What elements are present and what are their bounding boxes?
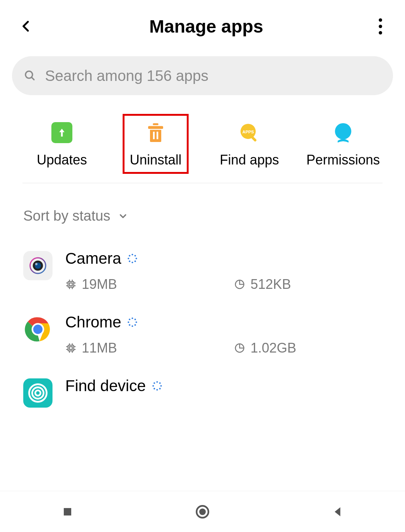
svg-point-42: [128, 321, 129, 323]
svg-rect-5: [157, 132, 159, 139]
app-header: Manage apps: [0, 0, 405, 49]
app-name-label: Find device: [65, 377, 146, 395]
sort-label: Sort by status: [23, 208, 110, 224]
svg-point-13: [35, 263, 38, 265]
svg-point-36: [132, 317, 133, 319]
find-apps-label: Find apps: [220, 152, 279, 168]
svg-point-55: [35, 390, 40, 396]
back-icon: [20, 19, 33, 33]
home-button[interactable]: [193, 502, 212, 521]
nav-back-button[interactable]: [328, 502, 347, 521]
svg-rect-4: [153, 132, 155, 139]
storage-value: 512KB: [250, 276, 291, 292]
svg-point-56: [32, 387, 44, 399]
svg-point-21: [129, 255, 130, 256]
memory-icon: [65, 279, 76, 290]
svg-rect-66: [64, 508, 71, 516]
svg-point-20: [128, 258, 129, 259]
permissions-icon: [332, 121, 354, 144]
app-list: Camera 19MB 512KB: [0, 232, 405, 418]
recents-icon: [61, 505, 74, 518]
storage-icon: [234, 279, 245, 290]
svg-line-1: [32, 77, 34, 80]
uninstall-icon: [144, 121, 167, 144]
svg-point-38: [136, 321, 137, 323]
scroll-fade: [0, 476, 405, 491]
storage-value: 1.02GB: [250, 340, 296, 356]
svg-point-19: [129, 260, 130, 262]
svg-rect-22: [68, 282, 74, 287]
app-row-camera[interactable]: Camera 19MB 512KB: [23, 239, 382, 303]
find-apps-icon: APPS: [238, 121, 261, 144]
memory-value: 19MB: [82, 276, 117, 292]
more-options-button[interactable]: [375, 18, 390, 34]
svg-point-18: [132, 262, 133, 263]
svg-point-14: [132, 254, 133, 255]
recents-button[interactable]: [58, 502, 77, 521]
permissions-label: Permissions: [306, 152, 380, 168]
updates-action[interactable]: Updates: [24, 121, 99, 168]
svg-text:APPS: APPS: [242, 130, 254, 134]
svg-point-63: [153, 388, 155, 389]
search-bar-wrap: [0, 49, 405, 99]
svg-point-58: [156, 381, 158, 383]
svg-rect-44: [68, 345, 74, 351]
uninstall-label: Uninstall: [130, 152, 182, 168]
actions-row: Updates Uninstall APPS Find apps: [0, 99, 405, 183]
chrome-app-icon: [23, 315, 52, 344]
svg-point-65: [153, 382, 155, 384]
svg-point-62: [156, 389, 158, 390]
svg-point-68: [199, 508, 206, 515]
app-row-find-device[interactable]: Find device: [23, 366, 382, 418]
search-input[interactable]: [45, 67, 381, 84]
svg-point-16: [136, 258, 137, 259]
svg-point-64: [152, 385, 154, 387]
find-apps-action[interactable]: APPS Find apps: [212, 121, 287, 168]
svg-point-60: [160, 385, 162, 387]
svg-point-39: [135, 324, 136, 326]
sort-dropdown[interactable]: Sort by status: [0, 183, 405, 232]
more-icon: [379, 18, 382, 22]
svg-point-9: [335, 123, 351, 140]
uninstall-action[interactable]: Uninstall: [118, 121, 193, 168]
app-name-label: Camera: [65, 250, 121, 267]
memory-value: 11MB: [82, 340, 117, 356]
svg-rect-2: [153, 123, 159, 125]
permissions-action[interactable]: Permissions: [306, 121, 381, 168]
svg-point-41: [129, 324, 130, 326]
storage-icon: [234, 342, 245, 354]
page-title: Manage apps: [149, 16, 263, 37]
svg-point-61: [159, 388, 160, 389]
svg-rect-23: [69, 283, 72, 286]
memory-icon: [65, 342, 76, 354]
running-indicator-icon: [152, 381, 162, 391]
android-nav-bar: [0, 491, 405, 532]
svg-point-43: [129, 318, 130, 320]
nav-back-icon: [331, 505, 344, 519]
svg-point-59: [159, 382, 160, 384]
find-device-app-icon: [23, 378, 52, 408]
home-icon: [195, 504, 210, 520]
updates-label: Updates: [37, 152, 87, 168]
search-icon: [24, 69, 36, 82]
running-indicator-icon: [127, 317, 138, 327]
svg-rect-8: [251, 136, 257, 142]
svg-point-40: [132, 325, 133, 327]
svg-rect-3: [148, 126, 163, 129]
search-bar[interactable]: [12, 56, 393, 95]
app-row-chrome[interactable]: Chrome 11MB 1.02GB: [23, 303, 382, 366]
svg-point-17: [135, 260, 136, 262]
svg-point-15: [135, 255, 136, 256]
svg-rect-45: [69, 347, 72, 350]
back-button[interactable]: [15, 15, 38, 37]
app-name-label: Chrome: [65, 313, 121, 331]
svg-point-37: [135, 318, 136, 320]
camera-app-icon: [23, 251, 52, 280]
updates-icon: [51, 121, 73, 144]
chevron-down-icon: [118, 211, 128, 221]
running-indicator-icon: [127, 253, 138, 264]
